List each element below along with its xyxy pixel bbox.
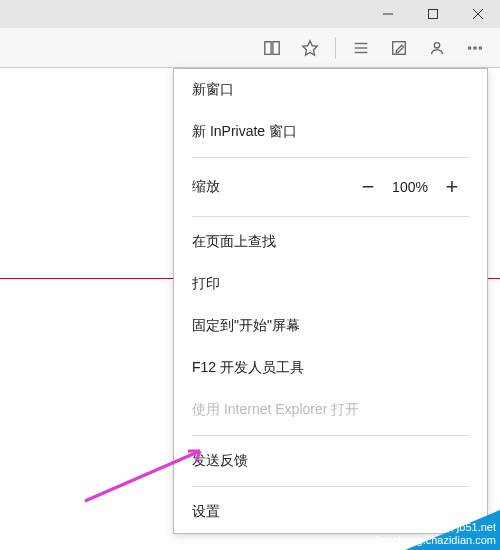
menu-pin-start[interactable]: 固定到"开始"屏幕: [174, 305, 487, 347]
more-icon[interactable]: [458, 31, 492, 65]
menu-separator: [192, 486, 469, 487]
zoom-label: 缩放: [192, 178, 351, 196]
menu-separator: [192, 435, 469, 436]
favorite-star-icon[interactable]: [293, 31, 327, 65]
menu-feedback[interactable]: 发送反馈: [174, 440, 487, 482]
svg-point-10: [474, 46, 476, 48]
menu-separator: [192, 157, 469, 158]
menu-devtools[interactable]: F12 开发人员工具: [174, 347, 487, 389]
menu-open-ie: 使用 Internet Explorer 打开: [174, 389, 487, 431]
reading-view-icon[interactable]: [255, 31, 289, 65]
zoom-value: 100%: [385, 179, 435, 195]
menu-new-window[interactable]: 新窗口: [174, 69, 487, 111]
svg-point-11: [479, 46, 481, 48]
svg-rect-1: [428, 10, 437, 19]
svg-point-9: [468, 46, 470, 48]
close-button[interactable]: [455, 0, 500, 28]
web-note-icon[interactable]: [382, 31, 416, 65]
zoom-out-button[interactable]: −: [351, 170, 385, 204]
hub-icon[interactable]: [344, 31, 378, 65]
menu-find[interactable]: 在页面上查找: [174, 221, 487, 263]
svg-point-8: [434, 42, 439, 47]
menu-zoom-row: 缩放 − 100% +: [174, 162, 487, 212]
minimize-button[interactable]: [365, 0, 410, 28]
svg-line-12: [85, 451, 200, 501]
zoom-in-button[interactable]: +: [435, 170, 469, 204]
menu-separator: [192, 216, 469, 217]
more-menu: 新窗口 新 InPrivate 窗口 缩放 − 100% + 在页面上查找 打印…: [173, 68, 488, 534]
annotation-arrow: [80, 446, 210, 510]
toolbar-separator: [335, 37, 336, 59]
browser-toolbar: [0, 28, 500, 68]
menu-new-inprivate[interactable]: 新 InPrivate 窗口: [174, 111, 487, 153]
maximize-button[interactable]: [410, 0, 455, 28]
menu-print[interactable]: 打印: [174, 263, 487, 305]
watermark-text: 脚本之家 jb51.net jiaocheng.chazidian.com: [376, 521, 496, 547]
share-icon[interactable]: [420, 31, 454, 65]
window-titlebar: [0, 0, 500, 28]
